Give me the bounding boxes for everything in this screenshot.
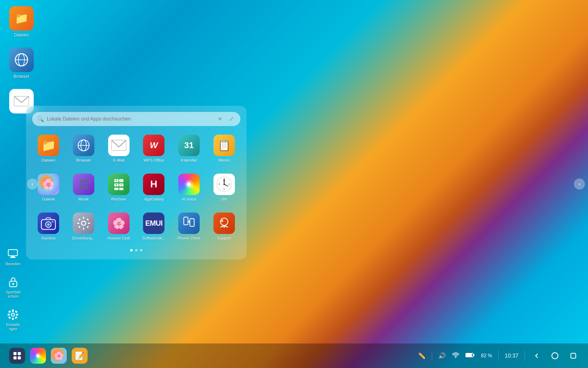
svg-rect-12 <box>8 314 9 315</box>
app-item-huawei-club[interactable]: 🌸 Huawei Club <box>102 210 135 243</box>
softwareak-label: Softwareak... <box>142 236 165 240</box>
app-grid-row3: Kamera Ein <box>26 207 247 246</box>
svg-text:-: - <box>121 179 122 182</box>
support-icon <box>213 213 235 234</box>
kalender-icon: 31 <box>178 135 200 156</box>
app-item-rechner[interactable]: + - × ÷ Rechner <box>102 171 135 204</box>
app-item-wps[interactable]: W WPS Office <box>138 132 170 165</box>
svg-rect-4 <box>8 250 17 256</box>
svg-text:9: 9 <box>219 183 220 185</box>
recents-button[interactable] <box>568 350 579 361</box>
sidebar: Beenden Sperrbild schirm <box>0 0 26 343</box>
app-item-memo[interactable]: 📋 Memo <box>208 132 240 165</box>
svg-rect-63 <box>13 352 17 355</box>
page-dot-2[interactable] <box>135 249 138 251</box>
phoneclone-label: Phone Clone <box>177 236 200 240</box>
svg-rect-65 <box>13 356 17 359</box>
volume-icon[interactable]: 🔊 <box>438 352 446 359</box>
svg-rect-66 <box>18 356 21 359</box>
svg-point-68 <box>36 354 40 357</box>
svg-rect-54 <box>78 218 81 221</box>
notes-taskbar-button[interactable]: 📝 <box>72 348 88 364</box>
app-item-support[interactable]: Support <box>208 210 240 243</box>
app-item-softwareak[interactable]: EMUI Softwareak... <box>138 210 170 243</box>
dateien-icon: 📁 <box>38 135 59 156</box>
phoneclone-icon <box>178 213 200 234</box>
petal-button[interactable] <box>30 348 46 364</box>
svg-rect-28 <box>119 188 123 190</box>
divider3 <box>525 350 525 361</box>
search-input[interactable] <box>47 116 213 122</box>
app-item-uhr[interactable]: 12 3 6 9 Uhr <box>208 171 240 204</box>
musik-icon: 🎵 <box>73 174 94 195</box>
browser-label: Browser <box>76 158 91 163</box>
app-item-galerie[interactable]: 🌸 Galerie <box>32 171 65 204</box>
back-button[interactable] <box>531 350 542 361</box>
app-item-browser[interactable]: Browser <box>67 132 100 165</box>
app-item-musik[interactable]: 🎵 Musik <box>67 171 100 204</box>
sidebar-item-sperrbildschirm[interactable]: Sperrbild schirm <box>6 275 20 299</box>
app-item-email[interactable]: E-Mail <box>102 132 135 165</box>
page-dot-3[interactable] <box>140 249 142 251</box>
browser-icon <box>73 135 94 156</box>
svg-point-61 <box>221 220 223 222</box>
app-item-kamera[interactable]: Kamera <box>32 210 65 243</box>
app-item-dateien[interactable]: 📁 Dateien <box>32 132 65 165</box>
app-grid-row2: 🌸 Galerie 🎵 Musik + - × ÷ <box>26 168 247 207</box>
svg-text:12: 12 <box>223 179 225 182</box>
gallery-taskbar-button[interactable]: 🌸 <box>51 348 67 364</box>
kalender-label: Kalender <box>181 158 197 163</box>
app-item-kalender[interactable]: 31 Kalender <box>173 132 205 165</box>
home-button[interactable] <box>549 350 560 361</box>
svg-text:÷: ÷ <box>120 183 122 186</box>
email-label: E-Mail <box>113 158 124 163</box>
galerie-label: Galerie <box>42 197 55 201</box>
scroll-right-button[interactable]: › <box>574 178 585 190</box>
svg-rect-51 <box>83 228 84 230</box>
svg-point-35 <box>187 182 191 186</box>
appgallery-label: AppGallery <box>144 197 164 201</box>
wifi-icon <box>452 352 459 360</box>
sidebar-item-beenden-label: Beenden <box>6 262 20 266</box>
svg-point-40 <box>223 184 225 185</box>
svg-text:3: 3 <box>228 183 230 185</box>
svg-text:6: 6 <box>224 188 225 190</box>
page-dot-1[interactable] <box>130 249 133 251</box>
einstellungen-app-label: Einstellung... <box>72 236 95 240</box>
svg-text:+: + <box>115 179 117 182</box>
search-icon: 🔍 <box>37 116 44 122</box>
kamera-icon <box>38 213 59 234</box>
huawei-club-label: Huawei Club <box>107 236 130 240</box>
expand-search-button[interactable]: ⤢ <box>227 115 236 123</box>
email-icon <box>108 135 130 156</box>
svg-rect-53 <box>88 223 90 224</box>
svg-point-73 <box>552 353 558 359</box>
svg-point-18 <box>11 313 14 316</box>
sidebar-item-einstellungen[interactable]: Einstellu ngen <box>6 308 20 331</box>
svg-rect-5 <box>11 256 14 257</box>
svg-rect-64 <box>18 352 21 355</box>
svg-rect-71 <box>473 354 474 356</box>
svg-rect-15 <box>15 311 17 312</box>
app-item-aivoice[interactable]: AI Voice <box>173 171 205 204</box>
app-item-einstellungen[interactable]: Einstellung... <box>67 210 100 243</box>
svg-rect-59 <box>190 219 194 226</box>
battery-icon <box>466 352 475 359</box>
clear-search-button[interactable]: ✕ <box>216 115 224 123</box>
svg-rect-57 <box>87 226 89 228</box>
sidebar-item-beenden[interactable]: Beenden <box>6 247 20 266</box>
svg-rect-55 <box>87 218 89 221</box>
wps-icon: W <box>143 135 164 156</box>
svg-point-69 <box>455 357 456 358</box>
scroll-left-button[interactable]: ‹ <box>27 178 38 190</box>
sidebar-item-einstellungen-label: Einstellu ngen <box>6 323 20 331</box>
galerie-icon: 🌸 <box>38 174 59 195</box>
app-drawer-button[interactable] <box>9 348 25 364</box>
softwareak-icon: EMUI <box>143 213 164 234</box>
einstellungen-icon <box>73 213 94 234</box>
app-item-phoneclone[interactable]: Phone Clone <box>173 210 205 243</box>
huawei-club-icon: 🌸 <box>108 213 130 234</box>
memo-icon: 📋 <box>213 135 235 156</box>
uhr-icon: 12 3 6 9 <box>213 174 235 195</box>
app-item-appgallery[interactable]: H AppGallery <box>138 171 170 204</box>
